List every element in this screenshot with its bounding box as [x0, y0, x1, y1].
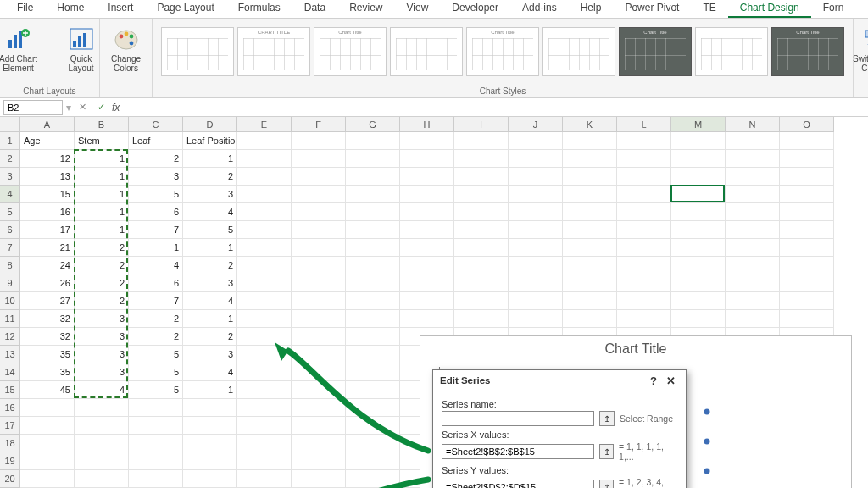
cell-G6[interactable] [346, 221, 400, 239]
cell-E5[interactable] [237, 203, 292, 221]
cell-D7[interactable]: 1 [183, 239, 237, 257]
col-header-H[interactable]: H [400, 117, 454, 132]
cell-A18[interactable] [20, 435, 75, 452]
cell-O9[interactable] [780, 274, 834, 292]
cell-I1[interactable] [454, 132, 509, 150]
cell-D3[interactable]: 2 [183, 168, 237, 186]
cell-O10[interactable] [780, 292, 834, 310]
cell-C4[interactable]: 5 [129, 186, 183, 203]
cell-G11[interactable] [346, 310, 400, 328]
chart-style-thumb-3[interactable]: Chart Title [314, 27, 387, 76]
cell-J2[interactable] [509, 150, 563, 168]
cell-O2[interactable] [780, 150, 834, 168]
cell-F1[interactable] [292, 132, 346, 150]
cell-B2[interactable]: 1 [75, 150, 129, 168]
tab-review[interactable]: Review [337, 0, 394, 18]
cell-E16[interactable] [237, 399, 292, 417]
cell-H9[interactable] [400, 274, 454, 292]
cell-E8[interactable] [237, 257, 292, 274]
cell-G16[interactable] [346, 399, 400, 417]
confirm-entry-icon[interactable]: ✓ [93, 100, 108, 115]
cell-O3[interactable] [780, 168, 834, 186]
cell-I5[interactable] [454, 203, 509, 221]
cell-A13[interactable]: 35 [20, 346, 75, 363]
cell-G20[interactable] [346, 470, 400, 488]
help-icon[interactable]: ? [645, 374, 662, 387]
col-header-K[interactable]: K [563, 117, 617, 132]
cell-F12[interactable] [292, 328, 346, 346]
tab-chart-design[interactable]: Chart Design [728, 0, 811, 18]
cell-B1[interactable]: Stem [75, 132, 129, 150]
cell-M5[interactable] [671, 203, 726, 221]
cell-C14[interactable]: 5 [129, 363, 183, 381]
range-picker-icon[interactable]: ↥ [599, 444, 614, 459]
cell-N3[interactable] [726, 168, 780, 186]
cell-D8[interactable]: 2 [183, 257, 237, 274]
cell-A6[interactable]: 17 [20, 221, 75, 239]
cell-D6[interactable]: 5 [183, 221, 237, 239]
cell-J6[interactable] [509, 221, 563, 239]
col-header-I[interactable]: I [454, 117, 509, 132]
cell-I11[interactable] [454, 310, 509, 328]
tab-power-pivot[interactable]: Power Pivot [613, 0, 691, 18]
cell-D9[interactable]: 3 [183, 274, 237, 292]
tab-te[interactable]: TE [691, 0, 727, 18]
cell-B3[interactable]: 1 [75, 168, 129, 186]
column-headers[interactable]: ABCDEFGHIJKLMNO [20, 117, 868, 132]
cell-C17[interactable] [129, 417, 183, 435]
cell-D12[interactable]: 2 [183, 328, 237, 346]
cell-J3[interactable] [509, 168, 563, 186]
row-headers[interactable]: 1234567891011121314151617181920 [0, 132, 20, 488]
tab-formulas[interactable]: Formulas [226, 0, 292, 18]
cell-L9[interactable] [617, 274, 671, 292]
close-icon[interactable]: ✕ [662, 374, 679, 387]
cell-G14[interactable] [346, 363, 400, 381]
row-header-9[interactable]: 9 [0, 274, 20, 292]
tab-view[interactable]: View [395, 0, 441, 18]
cell-L7[interactable] [617, 239, 671, 257]
cell-G1[interactable] [346, 132, 400, 150]
cell-C3[interactable]: 3 [129, 168, 183, 186]
cell-K7[interactable] [563, 239, 617, 257]
cell-I9[interactable] [454, 274, 509, 292]
chart-style-thumb-7[interactable]: Chart Title [619, 27, 692, 76]
cell-H1[interactable] [400, 132, 454, 150]
tab-data[interactable]: Data [292, 0, 337, 18]
row-header-4[interactable]: 4 [0, 186, 20, 203]
cell-B17[interactable] [75, 417, 129, 435]
cell-A19[interactable] [20, 452, 75, 470]
cell-N10[interactable] [726, 292, 780, 310]
cell-H3[interactable] [400, 168, 454, 186]
cell-M7[interactable] [671, 239, 726, 257]
row-header-5[interactable]: 5 [0, 203, 20, 221]
tab-forn[interactable]: Forn [811, 0, 856, 18]
cell-A10[interactable]: 27 [20, 292, 75, 310]
tab-home[interactable]: Home [45, 0, 96, 18]
row-header-1[interactable]: 1 [0, 132, 20, 150]
cell-G4[interactable] [346, 186, 400, 203]
cell-E19[interactable] [237, 452, 292, 470]
row-header-8[interactable]: 8 [0, 257, 20, 274]
cell-M6[interactable] [671, 221, 726, 239]
cell-F10[interactable] [292, 292, 346, 310]
chart-styles-strip[interactable]: CHART TITLEChart TitleChart TitleChart T… [159, 22, 846, 85]
data-point[interactable] [704, 408, 710, 414]
cell-J11[interactable] [509, 310, 563, 328]
cell-O8[interactable] [780, 257, 834, 274]
cell-G5[interactable] [346, 203, 400, 221]
col-header-D[interactable]: D [183, 117, 237, 132]
cell-J10[interactable] [509, 292, 563, 310]
cell-C13[interactable]: 5 [129, 346, 183, 363]
cell-D11[interactable]: 1 [183, 310, 237, 328]
cell-C11[interactable]: 2 [129, 310, 183, 328]
cell-A17[interactable] [20, 417, 75, 435]
cell-N4[interactable] [726, 186, 780, 203]
cell-C9[interactable]: 6 [129, 274, 183, 292]
cell-M9[interactable] [671, 274, 726, 292]
data-point[interactable] [704, 438, 710, 444]
range-picker-icon[interactable]: ↥ [599, 411, 615, 426]
cell-B18[interactable] [75, 435, 129, 452]
cell-D2[interactable]: 1 [183, 150, 237, 168]
cell-B9[interactable]: 2 [75, 274, 129, 292]
cell-F19[interactable] [292, 452, 346, 470]
